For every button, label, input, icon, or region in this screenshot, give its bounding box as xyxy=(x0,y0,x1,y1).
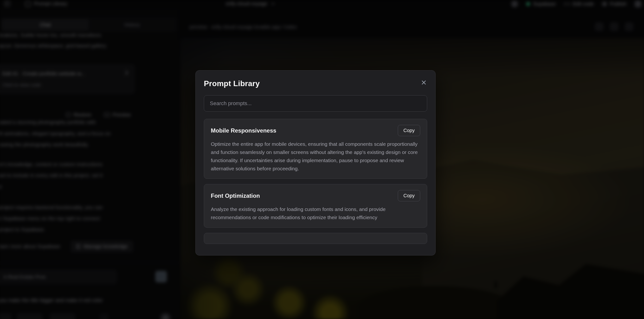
prompt-description: Optimize the entire app for mobile devic… xyxy=(211,140,420,173)
dialog-title: Prompt Library xyxy=(204,79,427,88)
prompt-library-dialog: Prompt Library Mobile Responsiveness Cop… xyxy=(196,70,436,256)
prompt-title: Mobile Responsiveness xyxy=(211,127,276,134)
close-icon xyxy=(421,80,427,86)
copy-button[interactable]: Copy xyxy=(398,190,420,201)
copy-button[interactable]: Copy xyxy=(398,125,420,136)
prompt-title: Font Optimization xyxy=(211,192,260,199)
prompt-card: Font Optimization Copy Analyze the exist… xyxy=(204,184,427,228)
prompt-card: Mobile Responsiveness Copy Optimize the … xyxy=(204,119,427,179)
close-button[interactable] xyxy=(420,78,428,87)
prompt-description: Analyze the existing approach for loadin… xyxy=(211,205,420,222)
prompt-card-partial xyxy=(204,233,427,244)
search-input[interactable] xyxy=(204,95,427,112)
prompt-list: Mobile Responsiveness Copy Optimize the … xyxy=(204,119,427,247)
